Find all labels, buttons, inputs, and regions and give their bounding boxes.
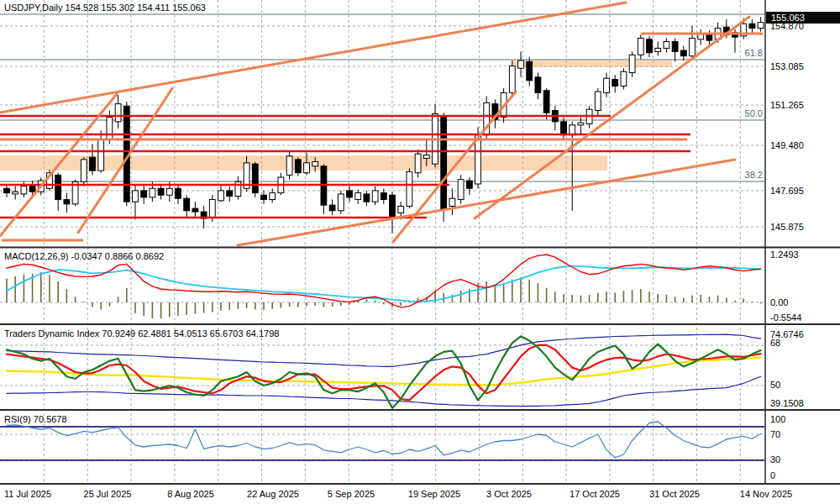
date-label: 3 Oct 2025: [463, 489, 555, 499]
fib-level-label-500: 50.0: [738, 108, 763, 118]
date-label: 25 Jul 2025: [61, 489, 154, 499]
panel-separators: [0, 0, 840, 485]
tdi-axis-label: 39.1508: [770, 398, 804, 408]
date-label: 17 Oct 2025: [549, 489, 641, 499]
rsi-axis-label: 70: [770, 429, 780, 439]
date-label: 14 Nov 2025: [720, 489, 812, 499]
tdi-axis-label: 50: [770, 380, 780, 390]
macd-axis-label: -0.5544: [770, 312, 801, 323]
macd-histogram: [7, 272, 761, 318]
rsi-axis-label: 30: [770, 454, 780, 465]
price-axis-label: 145.875: [770, 222, 804, 232]
tdi-rsi-line: [7, 336, 761, 407]
macd-indicator-label: MACD(12,26,9) -0.0347 0.8866 0.8692: [4, 251, 164, 261]
tdi-axis-label: 68: [770, 338, 780, 348]
macd-axis-label: 0.00: [770, 297, 788, 307]
current-price-tag: 155.063: [766, 12, 840, 24]
macd-axis-label: 1.2493: [770, 249, 799, 260]
price-axis-label: 153.085: [770, 61, 804, 71]
fib-level-label-382: 38.2: [738, 170, 763, 180]
trading-chart-window: USDJPY,Daily 154.528 155.302 154.411 155…: [0, 0, 840, 504]
rsi-axis-label: 0: [770, 470, 775, 480]
chart-title: USDJPY,Daily 154.528 155.302 154.411 155…: [4, 3, 206, 13]
price-axis-label: 151.265: [770, 100, 804, 110]
fib-level-label-618: 61.8: [738, 48, 763, 58]
macd-line: [7, 255, 761, 307]
price-axis-label: 149.480: [770, 140, 804, 150]
price-axis-label: 147.695: [770, 186, 804, 196]
tdi-indicator-label: Traders Dynamic Index 70.9249 62.4881 54…: [4, 328, 279, 339]
date-label: 31 Oct 2025: [628, 489, 721, 499]
rsi-level-lines: [0, 427, 764, 460]
macd-signal-line: [7, 266, 761, 302]
grid-layer: [0, 0, 764, 485]
candlesticks: [4, 17, 764, 233]
rsi-indicator-label: RSI(9) 70.5678: [4, 414, 67, 424]
date-label: 8 Aug 2025: [144, 489, 237, 499]
rsi-axis-label: 100: [770, 414, 785, 424]
date-label: 5 Sep 2025: [305, 489, 397, 499]
